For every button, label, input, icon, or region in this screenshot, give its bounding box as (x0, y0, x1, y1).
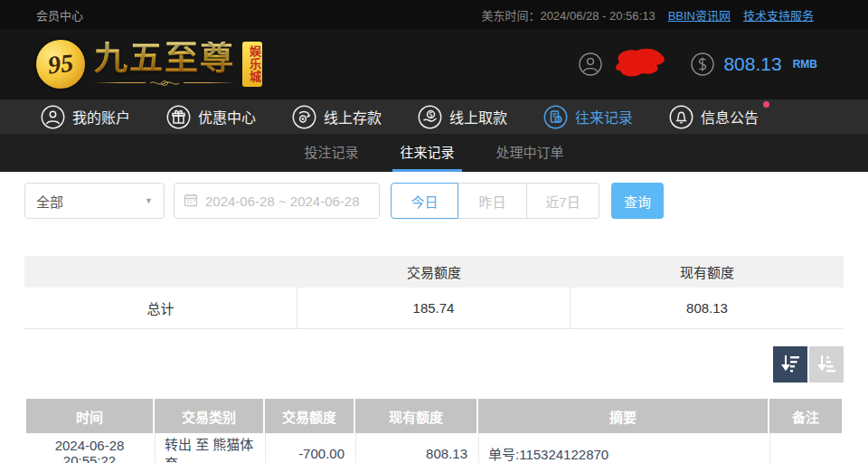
balance-currency: RMB (793, 58, 817, 71)
nav-my-account[interactable]: 我的账户 (41, 105, 130, 129)
nav-label: 我的账户 (72, 106, 130, 128)
sort-ascending-icon (816, 353, 837, 377)
site-logo[interactable]: 95 九五至尊 娱乐城 (36, 40, 262, 89)
redacted-username-scribble (611, 46, 667, 82)
col-header-note: 备注 (769, 399, 842, 433)
summary-transaction-amount: 185.74 (297, 288, 571, 328)
nav-label: 优惠中心 (198, 106, 256, 128)
summary-header-transaction-amount: 交易额度 (297, 256, 571, 288)
bbin-news-link[interactable]: BBIN资讯网 (668, 6, 731, 24)
eastern-time-label: 美东时间：2024/06/28 - 20:56:13 (481, 6, 655, 24)
cell-type: 转出 至 熊猫体育 (155, 433, 263, 463)
filter-row: 全部 ▼ 2024-06-28 ~ 2024-06-28 今日 昨日 近7日 查… (24, 183, 844, 219)
topbar: 会员中心 美东时间：2024/06/28 - 20:56:13 BBIN资讯网 … (0, 0, 868, 29)
last-7-days-button[interactable]: 近7日 (527, 183, 599, 219)
cell-amount: -700.00 (265, 433, 354, 463)
summary-total-label: 总计 (24, 288, 297, 328)
nav-label: 往来记录 (575, 106, 633, 128)
nav-promotions[interactable]: 优惠中心 (166, 105, 256, 129)
logo-subtitle-badge: 娱乐城 (242, 42, 262, 87)
records-table: 时间 交易类别 交易额度 现有额度 摘要 备注 2024-06-28 20:55… (24, 399, 844, 463)
table-row: 2024-06-28 20:55:22 转出 至 熊猫体育 -700.00 80… (26, 433, 842, 463)
user-icon (41, 105, 65, 129)
records-header-row: 时间 交易类别 交易额度 现有额度 摘要 备注 (26, 399, 842, 433)
col-header-amount: 交易额度 (265, 399, 354, 433)
sort-descending-button[interactable] (773, 346, 807, 383)
summary-table: 交易额度 现有额度 总计 185.74 808.13 (24, 256, 844, 329)
logo-95-icon: 95 (33, 37, 87, 90)
cell-note (769, 433, 842, 463)
yesterday-button[interactable]: 昨日 (458, 183, 527, 219)
logo-title: 九五至尊 (94, 42, 235, 75)
sort-controls (24, 346, 844, 383)
today-button[interactable]: 今日 (391, 183, 458, 219)
site-header: 95 九五至尊 娱乐城 (0, 29, 868, 99)
tab-pending-orders[interactable]: 处理中订单 (489, 134, 571, 172)
tab-transaction-records[interactable]: 往来记录 (392, 134, 461, 172)
summary-header-empty (24, 256, 297, 288)
type-select-value: 全部 (36, 192, 63, 211)
col-header-type: 交易类别 (155, 399, 263, 433)
records-icon (543, 105, 568, 129)
col-header-balance: 现有额度 (355, 399, 476, 433)
main-nav: 我的账户 优惠中心 线上存款 (0, 99, 868, 134)
nav-transaction-records[interactable]: 往来记录 (543, 105, 633, 129)
logo-flourish-ornament (94, 79, 235, 88)
search-button[interactable]: 查询 (611, 183, 664, 219)
member-center-label: 会员中心 (36, 6, 83, 24)
calendar-icon (184, 193, 198, 210)
cell-time: 2024-06-28 20:55:22 (26, 433, 153, 463)
content-area: 全部 ▼ 2024-06-28 ~ 2024-06-28 今日 昨日 近7日 查… (0, 172, 868, 463)
sort-descending-icon (779, 353, 801, 377)
summary-current-balance: 808.13 (571, 288, 844, 328)
balance-amount: 808.13 (723, 53, 781, 75)
sort-ascending-button[interactable] (809, 346, 844, 383)
gift-icon (166, 105, 191, 129)
nav-label: 线上存款 (324, 106, 382, 128)
nav-label: 线上取款 (449, 106, 507, 128)
quick-date-group: 今日 昨日 近7日 (391, 183, 599, 219)
tab-betting-records[interactable]: 投注记录 (297, 134, 365, 172)
chevron-down-icon: ▼ (145, 196, 153, 205)
deposit-icon (292, 105, 316, 129)
cell-balance: 808.13 (355, 433, 476, 463)
nav-withdraw[interactable]: 线上取款 (418, 105, 507, 129)
type-select[interactable]: 全部 ▼ (24, 183, 165, 219)
nav-label: 信息公告 (701, 106, 759, 128)
cell-summary: 单号:115324122870 (478, 433, 768, 463)
date-range-value: 2024-06-28 ~ 2024-06-28 (205, 194, 360, 209)
nav-deposit[interactable]: 线上存款 (292, 105, 382, 129)
col-header-time: 时间 (26, 399, 153, 433)
bell-icon (669, 105, 693, 129)
user-avatar-icon[interactable] (579, 52, 602, 76)
col-header-summary: 摘要 (478, 399, 768, 433)
withdraw-icon (418, 105, 442, 129)
notification-badge-dot (763, 101, 769, 108)
summary-header-current-balance: 现有额度 (571, 256, 844, 288)
balance-coin-icon (691, 52, 714, 76)
tech-support-link[interactable]: 技术支持服务 (743, 6, 814, 24)
nav-announcements[interactable]: 信息公告 (669, 105, 759, 129)
records-subnav: 投注记录 往来记录 处理中订单 (0, 134, 868, 172)
date-range-input[interactable]: 2024-06-28 ~ 2024-06-28 (174, 183, 380, 219)
